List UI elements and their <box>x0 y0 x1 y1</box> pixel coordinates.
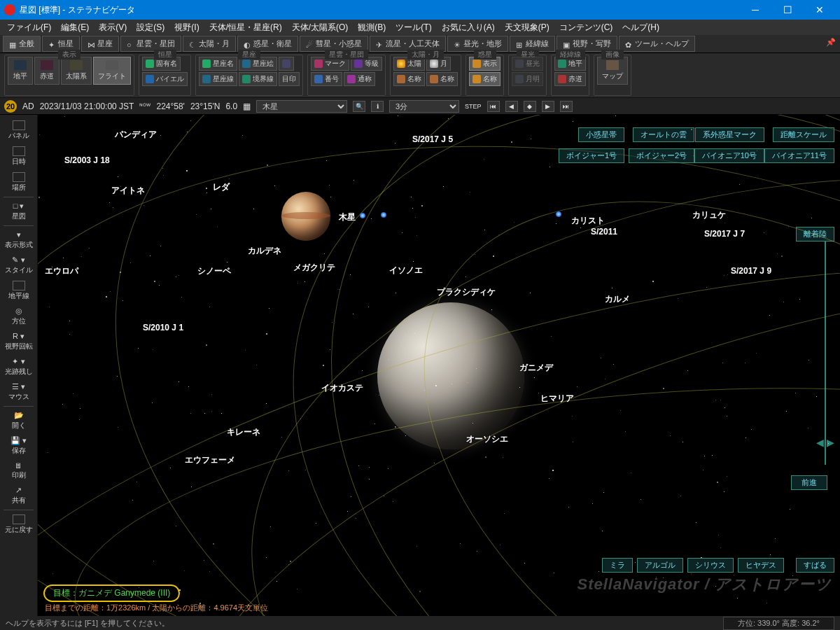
const-line-button[interactable]: 星座線 <box>199 72 237 86</box>
step-stop-button[interactable]: ◆ <box>524 101 536 112</box>
const-landmark-button[interactable]: 目印 <box>279 72 300 86</box>
menu-item[interactable]: 天文現象(P) <box>500 20 554 35</box>
orbit-line <box>209 115 840 616</box>
tab[interactable]: ✿ツール・ヘルプ <box>619 36 695 52</box>
neb-num-button[interactable]: 番号 <box>311 72 342 86</box>
body-label: カリスト <box>571 215 605 227</box>
menu-item[interactable]: お気に入り(A) <box>438 20 499 35</box>
close-button[interactable]: ✕ <box>804 0 836 20</box>
zoom-slider[interactable] <box>825 241 826 465</box>
menu-item[interactable]: 表示(V) <box>94 20 131 35</box>
star-dot <box>724 407 725 408</box>
star-chip[interactable]: アルゴル <box>637 558 683 573</box>
sidebar-item[interactable]: 場所 <box>2 169 36 195</box>
bayer-button[interactable]: バイエル <box>142 72 188 86</box>
tab[interactable]: ☾太陽・月 <box>183 36 236 52</box>
overlay-chip[interactable]: オールトの雲 <box>633 127 694 142</box>
sidebar-item[interactable]: ▾表示形式 <box>2 227 36 253</box>
sidebar-item[interactable]: □ ▾星図 <box>2 199 36 224</box>
daylight-button[interactable]: 昼光 <box>512 57 543 71</box>
overlay-chip[interactable]: パイオニア11号 <box>764 148 834 163</box>
overlay-chip[interactable]: ボイジャー1号 <box>559 148 624 163</box>
sidebar-item[interactable]: パネル <box>2 118 36 144</box>
overlay-chip[interactable]: ボイジャー2号 <box>629 148 694 163</box>
star-chip[interactable]: ヒヤデス <box>738 558 784 573</box>
star-dot <box>568 507 569 507</box>
flight-button[interactable]: フライト <box>93 57 131 85</box>
sidebar-item[interactable]: 🗏印刷 <box>2 458 36 483</box>
map-button[interactable]: マップ <box>597 57 628 85</box>
tab[interactable]: ▦全般 <box>3 36 41 52</box>
overlay-chip[interactable]: パイオニア10号 <box>694 148 764 163</box>
step-first-button[interactable]: ⏮ <box>487 101 500 112</box>
sidebar-item[interactable]: 日時 <box>2 144 36 169</box>
star-dot <box>556 223 556 224</box>
star-dot <box>136 482 137 482</box>
const-name-button[interactable]: 星座名 <box>199 57 237 71</box>
forward-button[interactable]: 前進 <box>791 475 827 490</box>
grid-icon[interactable]: ▦ <box>243 102 251 111</box>
search-button[interactable]: 🔍 <box>353 101 365 112</box>
sun-name-button[interactable]: 名称 <box>393 72 425 86</box>
info-button[interactable]: ℹ <box>371 101 384 112</box>
menu-item[interactable]: 天体/太陽系(O) <box>288 20 353 35</box>
overlay-chip[interactable]: 系外惑星マーク <box>695 127 764 142</box>
sidebar-item[interactable]: ✦ ▾光跡残し <box>2 354 36 379</box>
step-back-button[interactable]: ◀ <box>505 101 518 112</box>
sync-icon[interactable]: ᴺᴼᵂ <box>139 102 150 110</box>
step-select[interactable]: 3分 <box>389 100 459 113</box>
maximize-button[interactable]: ☐ <box>771 0 804 20</box>
equator-button[interactable]: 赤道 <box>34 57 59 85</box>
horizon-button[interactable]: 地平 <box>8 57 33 85</box>
star-dot <box>419 591 421 592</box>
star-chip[interactable]: ミラ <box>602 558 633 573</box>
grid-equator-button[interactable]: 赤道 <box>554 72 586 86</box>
sidebar-item[interactable]: ✎ ▾スタイル <box>2 253 36 278</box>
overlay-chip[interactable]: 距離スケール <box>773 127 834 142</box>
sidebar-item[interactable]: ☰ ▾マウス <box>2 379 36 405</box>
star-dot <box>63 258 64 258</box>
minimize-button[interactable]: ─ <box>739 0 771 20</box>
menu-item[interactable]: ヘルプ(H) <box>618 20 664 35</box>
datetime-label[interactable]: 2023/11/03 21:00:00 JST <box>40 102 134 111</box>
const-border-button[interactable]: 境界線 <box>239 72 277 86</box>
sidebar-item[interactable]: ↗共有 <box>2 483 36 508</box>
sidebar-item[interactable]: 元に戻す <box>2 512 36 538</box>
neb-alias-button[interactable]: 通称 <box>344 72 375 86</box>
const-mark-button[interactable] <box>279 57 294 71</box>
menu-item[interactable]: 編集(E) <box>57 20 93 35</box>
landing-button[interactable]: 離着陸 <box>796 227 834 241</box>
menu-item[interactable]: コンテンツ(C) <box>555 20 617 35</box>
body-select[interactable]: 木星 <box>256 100 347 113</box>
menu-item[interactable]: 天体/恒星・星座(R) <box>205 20 286 35</box>
menu-item[interactable]: 設定(S) <box>132 20 169 35</box>
star-dot <box>808 428 808 428</box>
menu-item[interactable]: 視野(I) <box>170 20 203 35</box>
sidebar-item[interactable]: R ▾視野回転 <box>2 329 36 354</box>
solar-system-button[interactable]: 太陽系 <box>61 57 92 85</box>
star-dot <box>534 377 535 378</box>
menu-item[interactable]: ファイル(F) <box>3 20 55 35</box>
sidebar-item[interactable]: 📂開く <box>2 408 36 433</box>
day-badge[interactable]: 20 <box>4 100 17 113</box>
sidebar-item[interactable]: ◎方位 <box>2 304 36 329</box>
tab[interactable]: ⋈星座 <box>81 36 119 52</box>
sidebar-item[interactable]: 💾 ▾保存 <box>2 433 36 458</box>
sidebar-item[interactable]: 地平線 <box>2 278 36 304</box>
star-dot <box>356 518 356 519</box>
star-dot <box>47 452 48 453</box>
step-fwd-button[interactable]: ▶ <box>542 101 554 112</box>
star-chip[interactable]: すばる <box>796 558 834 573</box>
overlay-chip[interactable]: 小惑星帯 <box>578 127 624 142</box>
body-label: S/2003 J 18 <box>64 155 110 165</box>
planet-name-button[interactable]: 名称 <box>469 72 500 86</box>
step-last-button[interactable]: ⏭ <box>560 101 573 112</box>
moon-name-button[interactable]: 名称 <box>426 72 458 86</box>
menu-item[interactable]: 観測(B) <box>354 20 390 35</box>
sky-view[interactable]: 目標：ガニメデ Ganymede (III) 目標までの距離：1万2326km … <box>38 115 840 616</box>
star-chip[interactable]: シリウス <box>687 558 734 573</box>
star-dot <box>552 470 554 471</box>
menu-item[interactable]: ツール(T) <box>391 20 435 35</box>
moonlight-button[interactable]: 月明 <box>512 72 543 86</box>
pin-icon[interactable]: 📌 <box>826 38 836 47</box>
